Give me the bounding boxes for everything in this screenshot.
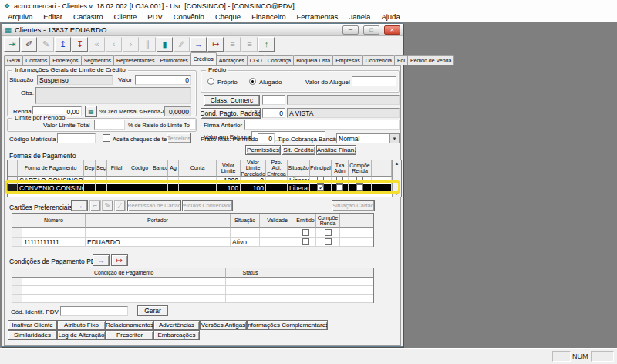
table-row[interactable] [12,286,373,295]
tab-representantes[interactable]: Representantes [113,55,157,65]
scroll-up-icon[interactable]: ▲ [395,161,400,166]
formas-grid-scrollbar[interactable]: ▲ ▼ [392,160,401,197]
menu-editar[interactable]: Editar [38,12,68,21]
class-comerc-desc-field[interactable] [287,95,400,105]
add-card-button[interactable]: → [71,200,88,211]
tab-edi[interactable]: Edi [394,55,408,65]
tab-geral[interactable]: Geral [4,55,23,65]
txa-adm-checkbox[interactable] [336,184,343,191]
clear-button[interactable]: ✐ [21,37,37,52]
similaridades-button[interactable]: Similaridades [8,330,57,340]
principal-checkbox[interactable] [317,177,324,184]
menu-pdv[interactable]: PDV [142,12,168,21]
menu-cliente[interactable]: Cliente [109,12,143,21]
valor-field[interactable]: 0 [135,75,191,85]
browse-button[interactable]: ▮ [157,37,173,52]
aceita-cheques-checkbox[interactable] [103,134,110,142]
close-button[interactable]: ✕ [384,25,400,35]
tab-contatos[interactable]: Contatos [22,55,50,65]
cond-pagto-padrao-button[interactable]: Cond. Pagto. Padrão [201,108,261,119]
class-comerc-code-field[interactable] [262,95,285,105]
insert-record-button[interactable]: → [190,37,207,52]
menu-cheque[interactable]: Cheque [210,12,246,21]
remove-condition-button[interactable]: ↦ [111,254,128,266]
renda-calc-button[interactable]: ▦ [85,106,97,117]
rateio-limite-label: % de Rateio do Limite Total [128,122,195,129]
exit-button[interactable]: ⇥ [4,37,20,52]
table-row[interactable]: CARTAO CONSINCO 1000 0 Liberado [8,177,392,184]
menu-ferramentas[interactable]: Ferramentas [292,12,344,21]
table-row[interactable] [12,228,373,238]
tab-bloqueia-lista[interactable]: Bloqueia Lista [293,55,333,65]
print-button[interactable]: ↧ [72,37,88,52]
scroll-down-icon[interactable]: ▼ [395,191,400,196]
obs-field[interactable] [35,87,191,104]
permissoes-button[interactable]: Permissões [245,145,281,155]
prazo-max-field[interactable]: 0 [258,133,275,143]
codigo-matricula-field[interactable] [57,133,96,143]
tab-empresas[interactable]: Empresas [332,55,363,65]
tab-ocorrencia[interactable]: Ocorrência [362,55,395,65]
prescritor-button[interactable]: Prescritor [106,330,153,340]
tab-cgo[interactable]: CGO [247,55,265,65]
menu-arquivo[interactable]: Arquivo [2,12,38,21]
cond-pagto-desc-field[interactable]: A VISTA [287,108,400,118]
principal-checkbox[interactable] [317,184,324,191]
informacoes-complementares-button[interactable]: Informações Complementares [247,320,328,330]
gerar-button[interactable]: Gerar [137,305,168,316]
menu-financeiro[interactable]: Financeiro [246,12,291,21]
minimize-button[interactable]: ─ [342,25,359,35]
tab-promotores[interactable]: Promotores [157,55,190,65]
relacionamentos-button[interactable]: Relacionamentos [106,320,153,330]
table-row[interactable] [12,278,373,286]
compoe-renda-checkbox[interactable] [325,229,332,236]
atributo-fixo-button[interactable]: Atributo Fixo [57,320,106,330]
tab-creditos[interactable]: Créditos [190,52,217,65]
inativar-cliente-button[interactable]: Inativar Cliente [8,320,57,330]
cred-mensal-field[interactable]: 0,0000 [164,106,191,116]
menu-ajuda[interactable]: Ajuda [376,12,405,21]
menu-convenio[interactable]: Convênio [168,12,210,21]
compoe-renda-checkbox[interactable] [356,177,363,184]
advertencias-button[interactable]: Advertências [153,320,200,330]
maximize-button[interactable]: □ [363,25,379,35]
tab-pedido-de-venda[interactable]: Pedido de Venda [407,55,454,65]
sit-credito-button[interactable]: Sit. Crédito [282,145,315,155]
export-button[interactable]: ↑ [258,37,275,52]
cond-pagto-code-field[interactable]: 0 [262,108,285,118]
situacao-field[interactable]: Suspenso [37,75,113,85]
predio-group-title: Prédio [206,66,228,73]
menu-janela[interactable]: Janela [343,12,376,21]
rateio-limite-field[interactable] [190,120,196,130]
txa-adm-checkbox[interactable] [336,177,343,184]
compoe-renda-checkbox[interactable] [325,238,332,245]
tab-cobranca[interactable]: Cobrança [265,55,294,65]
alugado-radio[interactable] [249,78,256,85]
emitido-checkbox[interactable] [302,238,309,245]
table-row-selected[interactable]: CONVENIO CONSINCO 100 100 Liberado [8,184,392,192]
compoe-renda-checkbox[interactable] [356,184,363,191]
footer-button-row-1: Inativar Cliente Atributo Fixo Relaciona… [8,320,328,330]
embarcacoes-button[interactable]: Embarcações [153,330,200,340]
emitido-checkbox[interactable] [302,229,309,236]
table-row[interactable] [12,295,373,303]
tipo-cobranca-dropdown[interactable]: Normal ▼ [336,133,400,143]
cod-identif-pdv-field[interactable] [60,306,128,316]
tab-enderecos[interactable]: Endereços [49,55,81,65]
add-condition-button[interactable]: → [93,254,110,266]
log-de-alteracao-button[interactable]: Log de Alteração [57,330,106,340]
versoes-antigas-button[interactable]: Versões Antigas [200,320,247,330]
valor-aluguel-field[interactable] [352,76,396,86]
table-row[interactable]: 11111111111 EDUARDO Ativo [12,238,373,247]
class-comerc-button[interactable]: Class. Comerc [204,95,260,106]
menu-cadastro[interactable]: Cadastro [68,12,109,21]
proprio-radio[interactable] [207,78,214,85]
print-preview-button[interactable]: ↥ [55,37,71,52]
firma-anterior-field[interactable] [244,120,400,130]
delete-record-button[interactable]: ↦ [207,37,224,52]
analise-finan-button[interactable]: Análise Finan. [316,145,356,155]
tab-segmentos[interactable]: Segmentos [81,55,114,65]
valor-limite-total-field[interactable] [94,120,125,130]
tab-anotacoes[interactable]: Anotações [216,55,248,65]
proprio-label: Próprio [217,79,238,86]
